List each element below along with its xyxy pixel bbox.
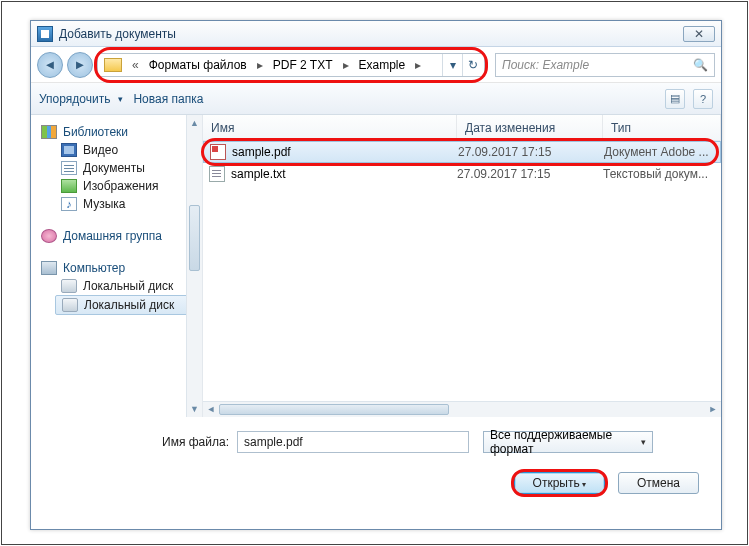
back-button[interactable]: ◄	[37, 52, 63, 78]
sidebar-homegroup[interactable]: Домашняя группа	[41, 227, 198, 245]
breadcrumb-1[interactable]: Форматы файлов	[145, 58, 251, 72]
refresh-button[interactable]: ↻	[462, 54, 482, 76]
image-icon	[61, 179, 77, 193]
sidebar-item-images[interactable]: Изображения	[41, 177, 198, 195]
sidebar-computer[interactable]: Компьютер	[41, 259, 198, 277]
cancel-button[interactable]: Отмена	[618, 472, 699, 494]
homegroup-icon	[41, 229, 57, 243]
filename-input[interactable]	[237, 431, 469, 453]
disk-icon	[62, 298, 78, 312]
close-button[interactable]: ✕	[683, 26, 715, 42]
search-icon: 🔍	[693, 58, 708, 72]
toolbar: Упорядочить Новая папка ▤ ?	[31, 83, 721, 115]
chevron-right-icon: ▸	[251, 58, 269, 72]
computer-icon	[41, 261, 57, 275]
filetype-combo[interactable]: Все поддерживаемые формат	[483, 431, 653, 453]
scroll-up-icon[interactable]: ▲	[187, 115, 202, 131]
footer: Имя файла: Все поддерживаемые формат Отк…	[31, 417, 721, 529]
file-date: 27.09.2017 17:15	[457, 167, 603, 181]
column-headers: Имя Дата изменения Тип	[203, 115, 721, 141]
video-icon	[61, 143, 77, 157]
open-button[interactable]: Открыть	[514, 472, 605, 494]
column-date[interactable]: Дата изменения	[457, 115, 603, 140]
open-dialog: Добавить документы ✕ ◄ ► « Форматы файло…	[30, 20, 722, 530]
help-button[interactable]: ?	[693, 89, 713, 109]
scroll-thumb[interactable]	[219, 404, 449, 415]
sidebar-scrollbar[interactable]: ▲ ▼	[186, 115, 202, 417]
file-row-selected[interactable]: sample.pdf 27.09.2017 17:15 Документ Ado…	[203, 141, 721, 163]
breadcrumb-back-icon[interactable]: «	[126, 58, 145, 72]
filename-label: Имя файла:	[49, 435, 229, 449]
view-button[interactable]: ▤	[665, 89, 685, 109]
file-row[interactable]: sample.txt 27.09.2017 17:15 Текстовый до…	[203, 163, 721, 185]
sidebar: Библиотеки Видео Документы Изображения ♪…	[31, 115, 203, 417]
document-icon	[61, 161, 77, 175]
nav-bar: ◄ ► « Форматы файлов ▸ PDF 2 TXT ▸ Examp…	[31, 47, 721, 83]
file-date: 27.09.2017 17:15	[458, 145, 604, 159]
chevron-right-icon: ▸	[337, 58, 355, 72]
chevron-right-icon: ▸	[409, 58, 427, 72]
search-input[interactable]: Поиск: Example 🔍	[495, 53, 715, 77]
sidebar-libraries[interactable]: Библиотеки	[41, 123, 198, 141]
printer-icon	[37, 26, 53, 42]
folder-icon	[104, 58, 122, 72]
scroll-thumb[interactable]	[189, 205, 200, 271]
address-bar[interactable]: « Форматы файлов ▸ PDF 2 TXT ▸ Example ▸…	[97, 53, 485, 77]
search-placeholder: Поиск: Example	[502, 58, 589, 72]
sidebar-item-documents[interactable]: Документы	[41, 159, 198, 177]
horizontal-scrollbar[interactable]: ◄ ►	[203, 401, 721, 417]
scroll-right-icon[interactable]: ►	[705, 402, 721, 417]
file-name: sample.txt	[231, 167, 286, 181]
file-type: Документ Adobe ...	[604, 145, 720, 159]
file-list-pane: Имя Дата изменения Тип sample.pdf 27.09.…	[203, 115, 721, 417]
sidebar-item-disk-selected[interactable]: Локальный диск	[55, 295, 198, 315]
column-type[interactable]: Тип	[603, 115, 721, 140]
path-dropdown-button[interactable]: ▾	[442, 54, 462, 76]
titlebar: Добавить документы ✕	[31, 21, 721, 47]
file-type: Текстовый докум...	[603, 167, 721, 181]
column-name[interactable]: Имя	[203, 115, 457, 140]
forward-button[interactable]: ►	[67, 52, 93, 78]
sidebar-item-disk[interactable]: Локальный диск	[41, 277, 198, 295]
new-folder-button[interactable]: Новая папка	[133, 92, 203, 106]
scroll-left-icon[interactable]: ◄	[203, 402, 219, 417]
breadcrumb-2[interactable]: PDF 2 TXT	[269, 58, 337, 72]
library-icon	[41, 125, 57, 139]
music-icon: ♪	[61, 197, 77, 211]
file-name: sample.pdf	[232, 145, 291, 159]
txt-icon	[209, 166, 225, 182]
organize-button[interactable]: Упорядочить	[39, 92, 123, 106]
dialog-title: Добавить документы	[59, 27, 683, 41]
disk-icon	[61, 279, 77, 293]
breadcrumb-3[interactable]: Example	[355, 58, 410, 72]
pdf-icon	[210, 144, 226, 160]
sidebar-item-music[interactable]: ♪Музыка	[41, 195, 198, 213]
scroll-down-icon[interactable]: ▼	[187, 401, 202, 417]
sidebar-item-video[interactable]: Видео	[41, 141, 198, 159]
